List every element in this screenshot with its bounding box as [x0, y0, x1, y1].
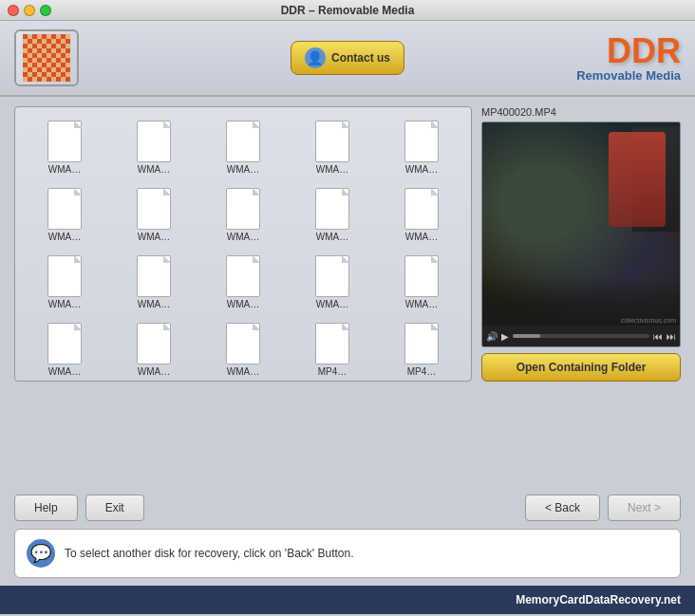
file-item[interactable]: WMA… [291, 115, 374, 177]
video-controls[interactable]: 🔊 ▶ ⏮ ⏭ [482, 326, 680, 346]
file-item[interactable]: WMA… [201, 182, 285, 244]
file-label: WMA… [227, 366, 259, 377]
progress-bar[interactable] [513, 334, 649, 338]
file-label: WMA… [227, 232, 259, 242]
status-bar: 💬 To select another disk for recovery, c… [14, 529, 681, 578]
file-icon [45, 252, 85, 297]
file-label: WMA… [48, 299, 81, 309]
volume-icon[interactable]: 🔊 [486, 331, 498, 342]
file-icon [45, 319, 85, 364]
contact-icon: 👤 [305, 47, 326, 68]
file-item[interactable]: MP4… [291, 317, 374, 379]
status-icon: 💬 [27, 539, 55, 568]
file-item[interactable]: WMA… [112, 115, 196, 177]
file-item[interactable]: MP4… [380, 317, 463, 379]
file-item[interactable]: WMA… [112, 250, 196, 311]
close-button[interactable] [8, 5, 19, 16]
file-label: WMA… [48, 366, 81, 377]
file-label: WMA… [316, 232, 348, 242]
file-label: WMA… [48, 232, 81, 242]
file-grid-container[interactable]: WMA… WMA… WMA… WMA… WMA… [14, 106, 472, 382]
window-title: DDR – Removable Media [281, 4, 415, 17]
logo-icon [23, 34, 70, 82]
preview-filename: MP400020.MP4 [481, 106, 681, 118]
file-item[interactable]: WMA… [112, 182, 196, 244]
content-area: WMA… WMA… WMA… WMA… WMA… [14, 106, 681, 382]
exit-button[interactable]: Exit [85, 495, 144, 521]
play-icon[interactable]: ▶ [501, 331, 509, 342]
file-item[interactable]: WMA… [291, 182, 374, 244]
contact-label: Contact us [331, 51, 390, 65]
file-item[interactable]: WMA… [23, 182, 106, 244]
file-icon [45, 117, 85, 162]
file-item[interactable]: WMA… [23, 250, 106, 311]
file-icon [223, 252, 263, 297]
file-item[interactable]: WMA… [201, 250, 285, 311]
video-still: collectivismus.com [482, 122, 680, 326]
file-item[interactable]: WMA… [380, 115, 463, 177]
file-label: WMA… [138, 164, 170, 175]
ff-icon[interactable]: ⏭ [667, 331, 676, 342]
file-icon [223, 184, 263, 230]
file-grid: WMA… WMA… WMA… WMA… WMA… [23, 115, 463, 382]
file-icon [134, 184, 174, 230]
file-item[interactable]: WMA… [201, 317, 285, 379]
preview-video: collectivismus.com 🔊 ▶ ⏮ ⏭ [481, 121, 681, 347]
file-icon [134, 319, 174, 364]
window-controls[interactable] [8, 5, 51, 16]
file-label: WMA… [138, 366, 170, 377]
video-figure-fg [609, 132, 666, 227]
open-folder-button[interactable]: Open Containing Folder [481, 353, 681, 382]
contact-button[interactable]: 👤 Contact us [291, 41, 404, 75]
footer-url: MemoryCardDataRecovery.net [516, 593, 681, 607]
file-label: MP4… [318, 366, 348, 377]
video-watermark: collectivismus.com [621, 317, 676, 324]
file-item[interactable]: WMA… [23, 115, 106, 177]
rewind-icon[interactable]: ⏮ [653, 331, 663, 342]
file-label: WMA… [227, 299, 259, 309]
file-label: WMA… [405, 299, 438, 309]
file-label: WMA… [138, 232, 170, 242]
file-icon [223, 319, 263, 364]
speech-bubble-icon: 💬 [30, 543, 51, 564]
file-label: WMA… [227, 164, 259, 175]
preview-panel: MP400020.MP4 collectivismus.com 🔊 ▶ [481, 106, 681, 382]
file-label: WMA… [316, 299, 348, 309]
progress-fill [513, 334, 540, 338]
file-item[interactable]: WMA… [380, 182, 463, 244]
file-icon [134, 252, 174, 297]
footer: MemoryCardDataRecovery.net [0, 586, 695, 614]
brand: DDR Removable Media [576, 34, 681, 83]
nav-right: < Back Next > [525, 495, 681, 521]
file-label: MP4… [407, 366, 437, 377]
next-button[interactable]: Next > [608, 495, 681, 521]
video-frame: collectivismus.com [482, 122, 680, 326]
file-icon [45, 184, 85, 230]
file-icon [134, 117, 174, 162]
brand-sub: Removable Media [576, 68, 681, 83]
file-icon [223, 117, 263, 162]
file-item[interactable]: WMA… [380, 250, 463, 311]
help-button[interactable]: Help [14, 495, 78, 521]
file-icon [312, 319, 352, 364]
back-button[interactable]: < Back [525, 495, 600, 521]
file-icon [312, 184, 352, 230]
file-icon [402, 319, 441, 364]
nav-left: Help Exit [14, 495, 144, 521]
file-item[interactable]: WMA… [291, 250, 374, 311]
main-content: WMA… WMA… WMA… WMA… WMA… [0, 97, 695, 483]
titlebar: DDR – Removable Media [0, 0, 695, 21]
file-label: WMA… [316, 164, 348, 175]
minimize-button[interactable] [24, 5, 35, 16]
file-item[interactable]: WMA… [23, 317, 106, 379]
file-icon [402, 184, 441, 230]
nav-buttons: Help Exit < Back Next > [0, 483, 695, 529]
file-item[interactable]: WMA… [112, 317, 196, 379]
file-label: WMA… [48, 164, 81, 175]
file-icon [312, 117, 352, 162]
logo-box [14, 29, 79, 86]
file-label: WMA… [138, 299, 170, 309]
brand-ddr: DDR [576, 34, 681, 68]
maximize-button[interactable] [40, 5, 51, 16]
file-item[interactable]: WMA… [201, 115, 285, 177]
